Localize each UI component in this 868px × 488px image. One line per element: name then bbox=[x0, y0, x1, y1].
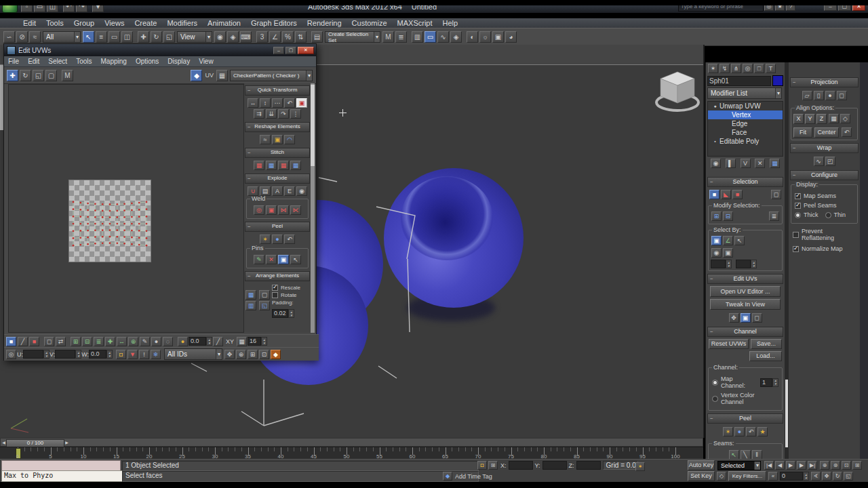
previous-key-icon[interactable]: « bbox=[768, 472, 778, 481]
thin-radio[interactable]: Thin bbox=[825, 211, 846, 218]
bind-to-spacewarp-icon[interactable]: ≈ bbox=[29, 31, 41, 43]
named-selection-sets-dropdown[interactable]: Create Selection Set▾ bbox=[325, 31, 380, 43]
texture-checker-dropdown[interactable]: CheckerPattern ( Checker )▾ bbox=[230, 70, 313, 81]
select-by-planar-icon[interactable]: ▣ bbox=[711, 236, 722, 245]
uv-vertex-mode-icon[interactable]: ■ bbox=[6, 337, 16, 346]
auto-key-button[interactable]: Auto Key bbox=[688, 460, 715, 470]
stack-item-face[interactable]: Face bbox=[708, 128, 783, 137]
edge-to-seam-icon[interactable]: ‖ bbox=[752, 450, 762, 460]
uv-select-element-icon[interactable]: ◻ bbox=[44, 337, 54, 346]
spline-map-icon[interactable]: ∿ bbox=[814, 157, 824, 166]
uv-face-mode-icon[interactable]: ■ bbox=[29, 337, 39, 346]
uvw-menu-select[interactable]: Select bbox=[48, 58, 67, 65]
rollout-projection[interactable]: −Projection bbox=[790, 77, 859, 87]
smoothing-spinner[interactable]: ▴▾ bbox=[726, 260, 732, 268]
pack-together-icon[interactable]: ▥ bbox=[245, 301, 256, 310]
xy-space-label[interactable]: XY bbox=[226, 338, 234, 345]
sel-face-icon[interactable]: ■ bbox=[732, 190, 743, 199]
key-mode-dropdown[interactable]: Selected▾ bbox=[717, 461, 761, 470]
relax-tool-icon[interactable]: ▣ bbox=[272, 135, 283, 144]
sel-lines-icon[interactable]: ≣ bbox=[769, 211, 779, 221]
quick-peel-icon[interactable]: ✶ bbox=[723, 427, 733, 436]
maximize-viewport-icon[interactable]: ◱ bbox=[844, 472, 853, 481]
dialog-minimize[interactable]: – bbox=[273, 47, 284, 54]
menu-graph-editors[interactable]: Graph Editors bbox=[251, 19, 297, 27]
uv-ring-icon[interactable]: ↔ bbox=[117, 337, 127, 346]
render-setup-icon[interactable]: ☼ bbox=[479, 31, 491, 43]
field-of-view-icon[interactable]: ∢ bbox=[811, 472, 821, 481]
edge-distance-spinner[interactable]: ▴▾ bbox=[261, 337, 267, 346]
uvw-menu-view[interactable]: View bbox=[199, 58, 214, 65]
menu-views[interactable]: Views bbox=[104, 19, 124, 27]
utilities-tab-icon[interactable]: T bbox=[766, 64, 776, 73]
weld-selected-icon[interactable]: ▣ bbox=[266, 205, 277, 215]
current-frame-field[interactable]: 0 bbox=[780, 472, 803, 481]
uv-paint-grow-icon[interactable]: ● bbox=[151, 337, 161, 346]
flatten-custom-icon[interactable]: ∪ bbox=[248, 186, 258, 196]
uv-grow-selection-icon[interactable]: ⊞ bbox=[71, 337, 81, 346]
uv-paint-shrink-icon[interactable]: ◌ bbox=[163, 337, 173, 346]
uv-lock-selection-icon[interactable]: ◘ bbox=[116, 350, 126, 359]
frame-spinner[interactable]: ▴▾ bbox=[803, 472, 809, 481]
pack-region-icon[interactable]: ◱ bbox=[259, 301, 270, 310]
dialog-close[interactable]: ✕ bbox=[298, 47, 314, 54]
sel-edge-icon[interactable]: ◣ bbox=[721, 190, 731, 199]
stitch-average-icon[interactable]: ▦ bbox=[278, 161, 289, 170]
modify-tab-icon[interactable]: ↯ bbox=[719, 64, 730, 73]
go-to-start-icon[interactable]: |◀ bbox=[764, 461, 774, 470]
menu-create[interactable]: Create bbox=[134, 19, 157, 27]
uvw-menu-file[interactable]: File bbox=[8, 58, 19, 65]
curve-editor-icon[interactable]: ∿ bbox=[437, 31, 449, 43]
uv-preview-toggle-icon[interactable]: ▣ bbox=[741, 313, 751, 323]
uvw-menu-mapping[interactable]: Mapping bbox=[101, 58, 127, 65]
select-by-name-icon[interactable]: ≡ bbox=[96, 31, 107, 43]
uv-zoom-extents-icon[interactable]: ⊡ bbox=[259, 350, 269, 359]
select-and-scale-icon[interactable]: ◱ bbox=[163, 31, 175, 43]
tweak-hand-icon[interactable]: ✥ bbox=[729, 313, 739, 323]
falloff-space-toggle-icon[interactable]: ╱ bbox=[213, 337, 223, 346]
schematic-view-icon[interactable]: ◈ bbox=[450, 31, 462, 43]
point-to-point-seam-icon[interactable]: ╲ bbox=[741, 450, 751, 460]
center-button[interactable]: Center bbox=[814, 127, 839, 138]
uv-grid-toggle-icon[interactable]: ▦ bbox=[216, 70, 228, 81]
fit-button[interactable]: Fit bbox=[793, 127, 812, 138]
play-animation-icon[interactable]: ▶ bbox=[786, 461, 795, 470]
z-coord-field[interactable] bbox=[576, 461, 601, 470]
zoom-extents-icon[interactable]: ⊡ bbox=[842, 461, 851, 470]
next-frame-icon[interactable]: ▶ bbox=[797, 461, 806, 470]
uv-edge-mode-icon[interactable]: ╱ bbox=[18, 337, 28, 346]
material-editor-icon[interactable]: ◐ bbox=[467, 31, 478, 43]
pack-normalize-icon[interactable]: ▦ bbox=[245, 290, 256, 300]
menu-rendering[interactable]: Rendering bbox=[307, 19, 342, 27]
matid-field[interactable] bbox=[736, 260, 751, 268]
uv-mirror-icon[interactable]: M bbox=[62, 70, 73, 81]
keyboard-override-toggle-icon[interactable]: ⌨ bbox=[240, 31, 252, 43]
edit-named-selection-sets-icon[interactable]: ▤ bbox=[311, 31, 323, 43]
sel-vertex-icon[interactable]: ■ bbox=[709, 190, 719, 199]
rollout-arrange-elements[interactable]: −Arrange Elements bbox=[245, 271, 310, 281]
pan-tool-icon[interactable]: ✥ bbox=[822, 472, 831, 481]
uv-shrink-selection-icon[interactable]: ⊟ bbox=[82, 337, 92, 346]
motion-tab-icon[interactable]: ◎ bbox=[743, 64, 753, 73]
qt-linear-h-icon[interactable]: ⋯ bbox=[272, 98, 283, 108]
mirror-icon[interactable]: M bbox=[382, 31, 394, 43]
render-production-icon[interactable]: ◕ bbox=[505, 31, 517, 43]
viewcube[interactable] bbox=[652, 66, 703, 114]
panel-scrollbar[interactable] bbox=[311, 83, 315, 333]
qt-space-h-icon[interactable]: ⇉ bbox=[254, 109, 264, 119]
stitch-target-icon[interactable]: ▦ bbox=[290, 161, 301, 170]
uv-filter-selected-icon[interactable]: ▼ bbox=[127, 350, 138, 359]
menu-customize[interactable]: Customize bbox=[352, 19, 387, 27]
uv-zoom-icon[interactable]: ⊕ bbox=[236, 350, 246, 359]
peel-mode-dialog-icon[interactable]: ● bbox=[272, 235, 283, 244]
explode-to-faces-icon[interactable]: ◉ bbox=[296, 186, 307, 196]
zoom-tool-icon[interactable]: ⊕ bbox=[820, 461, 829, 470]
uv-options-box-icon[interactable]: ◻ bbox=[752, 313, 762, 323]
display-tab-icon[interactable]: □ bbox=[754, 64, 764, 73]
configure-modifier-sets-icon[interactable]: ▦ bbox=[770, 159, 780, 168]
quick-peel-dialog-icon[interactable]: ✶ bbox=[260, 235, 271, 244]
grow-uv-icon[interactable]: ⊞ bbox=[711, 211, 722, 221]
rollout-edit-uvs[interactable]: −Edit UVs bbox=[707, 274, 783, 284]
qt-align-vertical-icon[interactable]: ↕ bbox=[260, 98, 271, 108]
uv-hide-icon[interactable]: ! bbox=[139, 350, 149, 359]
